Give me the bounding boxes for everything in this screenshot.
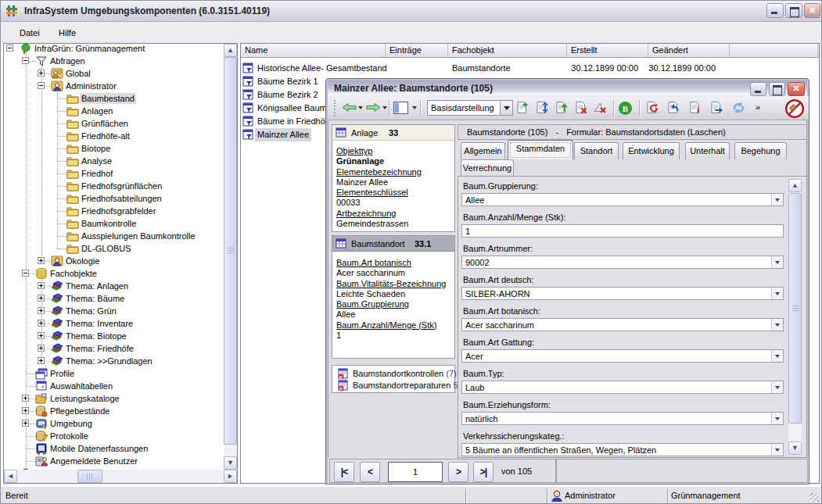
resize-grip-icon[interactable] [810, 493, 819, 502]
forward-icon[interactable] [365, 101, 382, 116]
info-field-label[interactable]: Baum.Anzahl/Menge (Stk) [336, 320, 436, 330]
scroll-up-icon[interactable]: ▲ [224, 44, 237, 57]
expand-plus-icon[interactable] [38, 295, 45, 302]
delete-geometry-icon[interactable] [593, 101, 608, 116]
tree-item-infragrün-grünmanagement[interactable]: InfraGrün: Grünmanagement [4, 42, 224, 55]
undo-icon[interactable] [666, 101, 680, 116]
tree-item-biotope[interactable]: Biotope [4, 142, 224, 155]
tree-vscroll-thumb[interactable] [224, 57, 237, 445]
link-baumstandortkontrollen[interactable]: KBaumstandortkontrollen (7) [336, 368, 453, 380]
tab-entwicklung[interactable]: Entwicklung [623, 142, 680, 159]
next-record-button[interactable]: > [448, 462, 468, 482]
expand-plus-icon[interactable] [22, 407, 29, 414]
collapse-minus-icon[interactable] [22, 57, 29, 64]
field-baum-anzahl-menge-stk[interactable]: 1 [461, 224, 784, 238]
back-icon[interactable] [341, 101, 357, 116]
tree-item-friedhofsabteilungen[interactable]: Friedhofsabteilungen [4, 192, 224, 205]
tree-item-thema-grundlagen[interactable]: Thema: >>Grundlagen [4, 355, 224, 367]
expand-plus-icon[interactable] [38, 332, 45, 339]
field-baum-art-gattung[interactable]: Acer [461, 349, 784, 363]
tree-item-friedhofsgrünflächen[interactable]: Friedhofsgrünflächen [4, 180, 224, 192]
tree-item-grünflächen[interactable]: Grünflächen [4, 117, 224, 130]
expand-plus-icon[interactable] [38, 345, 45, 352]
stop-editing-icon[interactable] [784, 98, 805, 120]
tab-stammdaten[interactable]: Stammdaten [508, 140, 573, 159]
tab-verrechnung[interactable]: Verrechnung [461, 159, 514, 177]
field-dropdown-button[interactable] [771, 381, 783, 393]
delete-record-icon[interactable] [574, 101, 587, 116]
tree-horizontal-scrollbar[interactable]: ◄► [4, 470, 237, 483]
tree-item-thema-grün[interactable]: Thema: Grün [4, 305, 224, 317]
scroll-up-icon[interactable]: ▲ [788, 179, 802, 192]
tree-item-thema-bäume[interactable]: Thema: Bäume [4, 292, 224, 305]
expand-plus-icon[interactable] [22, 395, 29, 402]
record-maximize-button[interactable] [769, 82, 785, 96]
title-bar[interactable]: InfraSystem Umgebungskomponenten (6.0.31… [0, 0, 822, 22]
export-record-icon[interactable] [709, 101, 723, 116]
record-window-titlebar[interactable]: Mainzer Allee: Baumstandorte (105) [328, 80, 807, 96]
field-baum-erziehungsform[interactable]: natürlich [461, 412, 784, 425]
baumstandort-info-header[interactable]: Baumstandort 33.1 [332, 236, 454, 252]
field-dropdown-button[interactable] [771, 444, 783, 456]
tree-item-thema-inventare[interactable]: Thema: Inventare [4, 317, 224, 330]
tab-standort[interactable]: Standort [574, 142, 619, 159]
column-header-geändert[interactable]: Geändert [648, 44, 730, 57]
scroll-down-icon[interactable]: ▼ [224, 456, 237, 470]
update-record-icon[interactable] [555, 101, 568, 116]
record-info-icon[interactable]: i [688, 101, 702, 116]
tree-item-leistungskataloge[interactable]: Leistungskataloge [4, 392, 224, 405]
info-field-label[interactable]: Elementeschlüssel [336, 188, 408, 197]
dropdown-caret-icon[interactable] [382, 106, 387, 112]
tree-item-auswahltabellen[interactable]: *Auswahltabellen [4, 380, 224, 392]
tree-item-friedhöfe-alt[interactable]: Friedhöfe-alt [4, 130, 224, 142]
field-dropdown-button[interactable] [771, 288, 783, 299]
form-scroll-thumb[interactable] [788, 193, 802, 424]
dropdown-caret-icon[interactable] [358, 106, 363, 112]
toolbar-grip[interactable] [334, 100, 336, 116]
previous-record-button[interactable]: < [360, 462, 380, 482]
tree-item-fachobjekte[interactable]: Fachobjekte [4, 267, 224, 280]
first-record-button[interactable]: |< [334, 462, 354, 482]
tree-hscroll-thumb[interactable] [77, 470, 102, 483]
refresh-icon[interactable] [731, 101, 746, 116]
tab-begehung[interactable]: Begehung [734, 142, 787, 159]
tree-item-friedhof[interactable]: Friedhof [4, 167, 224, 180]
more-buttons-icon[interactable]: » [756, 102, 760, 112]
anlage-info-header[interactable]: Anlage 33 [332, 125, 454, 141]
tree-item-thema-friedhöfe[interactable]: Thema: Friedhöfe [4, 342, 224, 355]
expand-plus-icon[interactable] [38, 70, 45, 77]
column-header-einträge[interactable]: Einträge [386, 44, 448, 57]
tree-item-ausspielungen-baumkontrolle[interactable]: Ausspielungen Baumkontrolle [4, 230, 224, 242]
dropdown-caret-icon[interactable] [412, 106, 417, 112]
tree-item-thema-biotope[interactable]: Thema: Biotope [4, 330, 224, 342]
field-baum-art-deutsch[interactable]: SILBER-AHORN [461, 287, 784, 300]
tree-item-anlagen[interactable]: Anlagen [4, 105, 224, 117]
tree-item-umgebung[interactable]: Umgebung [4, 417, 224, 430]
expand-plus-icon[interactable] [38, 320, 45, 327]
tab-allgemein[interactable]: Allgemein [461, 142, 505, 159]
link-baumstandortreparaturen[interactable]: PBaumstandortreparaturen 5 [336, 380, 453, 391]
maximize-button[interactable] [785, 3, 802, 18]
tree-item-baumkontrolle[interactable]: Baumkontrolle [4, 217, 224, 230]
view-mode-icon[interactable] [393, 101, 409, 116]
form-scrollbar[interactable]: ▲▼ [788, 179, 802, 455]
tree-item-profile[interactable]: Profile [4, 367, 224, 380]
close-button[interactable] [804, 3, 820, 18]
tree-item-baumbestand[interactable]: Baumbestand [4, 92, 224, 105]
column-header-fachobjekt[interactable]: Fachobjekt [448, 44, 567, 57]
tree-item-ökologie[interactable]: Ökologie [4, 255, 224, 267]
field-dropdown-button[interactable] [771, 319, 783, 331]
record-close-button[interactable] [788, 82, 805, 96]
expand-plus-icon[interactable] [38, 282, 45, 289]
field-baum-art-botanisch[interactable]: Acer saccharinum [461, 318, 784, 331]
tree-item-friedhofsgrabfelder[interactable]: Friedhofsgrabfelder [4, 205, 224, 217]
info-field-label[interactable]: Baum.Vitalitäts-Bezeichnung [336, 279, 446, 288]
tree-item-abfragen[interactable]: Abfragen [4, 55, 224, 67]
collapse-minus-icon[interactable] [6, 45, 13, 52]
tree-vertical-scrollbar[interactable]: ▲▼ [224, 44, 237, 470]
minimize-button[interactable] [766, 3, 784, 18]
info-field-label[interactable]: Artbezeichnung [336, 209, 396, 218]
menu-datei[interactable]: Datei [13, 26, 46, 40]
info-field-label[interactable]: Baum.Gruppierung [336, 299, 409, 309]
expand-plus-icon[interactable] [38, 357, 45, 364]
